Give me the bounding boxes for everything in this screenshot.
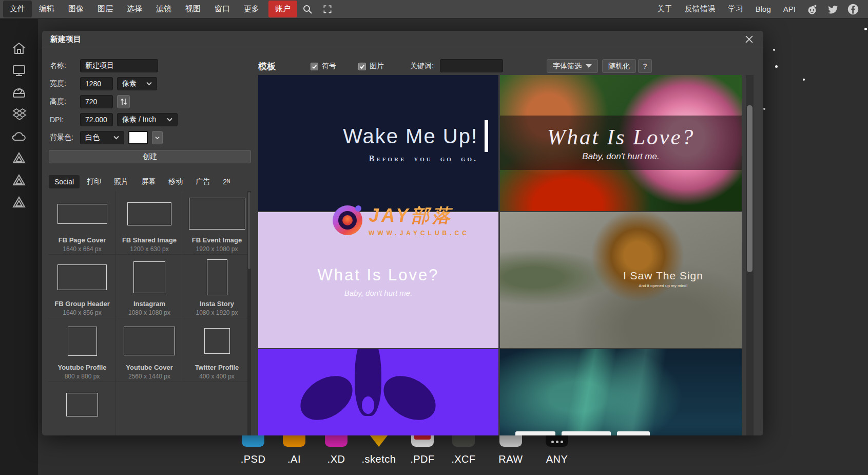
tab-print[interactable]: 打印: [81, 175, 107, 189]
menu-more[interactable]: 更多: [237, 1, 266, 17]
twitter-icon[interactable]: [823, 1, 842, 17]
preset-fb-shared-image[interactable]: FB Shared Image 1200 x 630 px: [116, 191, 183, 255]
menubar-right: 关于 反馈错误 学习 Blog API: [651, 1, 868, 17]
checkbox-checked-icon[interactable]: [311, 63, 318, 70]
format-label: RAW: [498, 453, 523, 465]
swap-arrows-icon: [120, 98, 127, 106]
preset-name: FB Shared Image: [122, 236, 177, 244]
menu-api[interactable]: API: [778, 1, 801, 17]
menubar-left: 文件 编辑 图像 图层 选择 滤镜 视图 窗口 更多 账户: [0, 1, 337, 17]
randomize-button[interactable]: 随机化: [602, 59, 636, 73]
device-icon[interactable]: [10, 63, 28, 78]
background-select[interactable]: 白色: [80, 131, 124, 144]
menu-file[interactable]: 文件: [3, 1, 32, 17]
height-input[interactable]: [80, 95, 113, 108]
width-input[interactable]: [80, 77, 113, 90]
menu-blog[interactable]: Blog: [750, 1, 777, 17]
home-icon[interactable]: [10, 41, 28, 56]
template-text: I Saw The Sign And it opened up my mind!: [585, 270, 742, 288]
menu-account[interactable]: 账户: [268, 1, 297, 17]
keyword-input[interactable]: [440, 59, 503, 72]
tab-social[interactable]: Social: [49, 175, 80, 188]
menu-view[interactable]: 视图: [179, 1, 207, 17]
menu-image[interactable]: 图像: [62, 1, 90, 17]
preset-fb-group-header[interactable]: FB Group Header 1640 x 856 px: [49, 255, 116, 318]
format-label: .AI: [287, 453, 301, 465]
star-speck: [775, 65, 778, 68]
preset-grid-scrollbar[interactable]: [247, 191, 251, 435]
menu-layer[interactable]: 图层: [91, 1, 120, 17]
menu-about[interactable]: 关于: [651, 1, 678, 17]
filter-images[interactable]: 图片: [358, 59, 384, 73]
tab-ads[interactable]: 广告: [190, 175, 216, 189]
menu-edit[interactable]: 编辑: [32, 1, 61, 17]
gdrive-icon[interactable]: [10, 173, 28, 188]
template-previews: Wake Me Up! Before you go go. What Is Lo…: [258, 75, 742, 435]
template-title: What Is Love?: [547, 124, 695, 149]
font-filter-button[interactable]: 字体筛选: [547, 59, 598, 73]
preset-instagram[interactable]: Instagram 1080 x 1080 px: [116, 255, 183, 318]
scrollbar-thumb[interactable]: [747, 105, 753, 272]
aspect-ratio-rect: [68, 327, 97, 356]
menu-learn[interactable]: 学习: [722, 1, 749, 17]
template-i-saw-the-sign[interactable]: I Saw The Sign And it opened up my mind!: [500, 212, 742, 348]
checkbox-checked-icon[interactable]: [358, 63, 366, 70]
tab-powers-of-two[interactable]: 2ᴺ: [217, 175, 236, 188]
menu-report-bug[interactable]: 反馈错误: [679, 1, 721, 17]
aspect-ratio-rect: [57, 264, 107, 290]
preset-youtube-profile[interactable]: Youtube Profile 800 x 800 px: [49, 318, 116, 382]
facebook-icon[interactable]: [843, 1, 863, 17]
filter-images-label: 图片: [370, 62, 384, 71]
preset-fb-page-cover[interactable]: FB Page Cover 1640 x 664 px: [49, 191, 116, 255]
background-color-swatch[interactable]: [128, 131, 148, 144]
help-button[interactable]: ?: [638, 59, 652, 73]
template-subtitle: Baby, don't hurt me.: [582, 151, 659, 162]
template-what-is-love-lavender[interactable]: What Is Love? Baby, don't hurt me.: [258, 212, 498, 348]
dropbox-icon[interactable]: [10, 107, 28, 122]
preset-size: 1920 x 1080 px: [196, 245, 238, 253]
width-unit-select[interactable]: 像素: [117, 77, 157, 90]
template-purple-flower[interactable]: [258, 349, 498, 435]
star-speck: [803, 79, 805, 81]
preset-twitter-profile[interactable]: Twitter Profile 400 x 400 px: [183, 318, 250, 382]
onedrive-icon[interactable]: [10, 129, 28, 144]
background-row: 背景色: 白色: [50, 131, 163, 144]
menu-filter[interactable]: 滤镜: [149, 1, 178, 17]
preset-name: FB Event Image: [192, 236, 242, 244]
preset-name: FB Page Cover: [59, 236, 106, 244]
star-speck: [864, 28, 867, 30]
template-wake-me-up[interactable]: Wake Me Up! Before you go go.: [258, 75, 498, 211]
preset-fb-event-image[interactable]: FB Event Image 1920 x 1080 px: [183, 191, 250, 255]
reddit-icon[interactable]: [802, 1, 822, 17]
template-what-is-love-rose[interactable]: What Is Love? Baby, don't hurt me.: [500, 75, 742, 211]
close-icon[interactable]: [743, 33, 755, 45]
filter-symbols[interactable]: 符号: [311, 59, 336, 73]
menu-select[interactable]: 选择: [120, 1, 149, 17]
create-button[interactable]: 创建: [49, 150, 251, 163]
menu-window[interactable]: 窗口: [208, 1, 237, 17]
font-filter-label: 字体筛选: [553, 62, 582, 71]
filter-symbols-label: 符号: [322, 62, 336, 71]
tab-photo[interactable]: 照片: [108, 175, 134, 189]
keyword-label: 关键词:: [410, 59, 434, 73]
tab-mobile[interactable]: 移动: [163, 175, 188, 189]
gdrive-icon[interactable]: [10, 151, 28, 166]
tab-screen[interactable]: 屏幕: [136, 175, 161, 189]
name-label: 名称:: [50, 61, 80, 70]
swatch-dropdown-button[interactable]: [152, 131, 163, 144]
name-input[interactable]: [80, 59, 158, 72]
preset-size: 1080 x 1920 px: [196, 309, 238, 316]
dpi-unit-select[interactable]: 像素 / Inch: [117, 113, 178, 126]
fullscreen-icon[interactable]: [318, 1, 337, 17]
flower-center: [362, 396, 374, 414]
swap-dimensions-button[interactable]: [117, 95, 130, 108]
template-aurora[interactable]: [500, 349, 742, 435]
dpi-input[interactable]: [80, 113, 113, 126]
preset-youtube-cover[interactable]: Youtube Cover 2560 x 1440 px: [116, 318, 183, 382]
archive-icon[interactable]: [10, 85, 28, 100]
preset-partial[interactable]: [49, 382, 116, 435]
preset-insta-story[interactable]: Insta Story 1080 x 1920 px: [183, 255, 250, 318]
gdrive-icon[interactable]: [10, 195, 28, 211]
search-icon[interactable]: [298, 1, 317, 17]
previews-scrollbar[interactable]: [746, 75, 754, 435]
